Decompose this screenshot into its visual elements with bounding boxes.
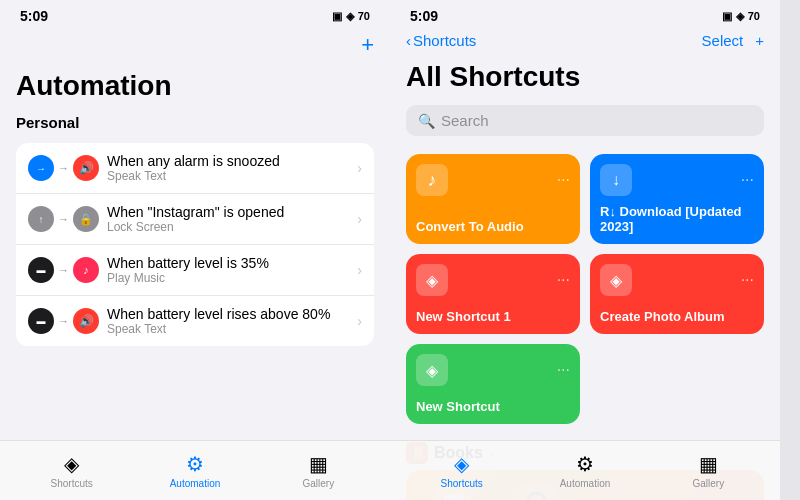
speak-icon-2: 🔊 <box>73 308 99 334</box>
right-phone: 5:09 ▣ ◈ 70 ‹ Shortcuts Select + All Sho… <box>390 0 780 500</box>
new-shortcut-1-icon: ◈ <box>416 264 448 296</box>
list-item[interactable]: ↑ → 🔒 When "Instagram" is opened Lock Sc… <box>16 194 374 245</box>
card-menu-1[interactable]: ··· <box>557 171 570 189</box>
new-shortcut-1-label: New Shortcut 1 <box>416 309 570 324</box>
new-shortcut-icon: ◈ <box>416 354 448 386</box>
wifi-icon-r: ◈ <box>736 10 744 23</box>
status-icons-left: ▣ ◈ 70 <box>332 10 370 23</box>
arrow-icon-2: → <box>58 213 69 225</box>
automation-title-4: When battery level rises above 80% <box>107 306 357 322</box>
tab-automation-left[interactable]: ⚙ Automation <box>133 452 256 489</box>
arrow-icon-4: → <box>58 315 69 327</box>
status-bar-left: 5:09 ▣ ◈ 70 <box>0 0 390 28</box>
gallery-tab-label-r: Gallery <box>692 478 724 489</box>
automation-title-1: When any alarm is snoozed <box>107 153 357 169</box>
tab-shortcuts-left[interactable]: ◈ Shortcuts <box>10 452 133 489</box>
shortcut-card-new[interactable]: ◈ ··· New Shortcut <box>406 344 580 424</box>
gallery-tab-label: Gallery <box>302 478 334 489</box>
status-icons-right: ▣ ◈ 70 <box>722 10 760 23</box>
status-bar-right: 5:09 ▣ ◈ 70 <box>390 0 780 28</box>
page-title-right: All Shortcuts <box>390 57 780 101</box>
nav-bar-right: ‹ Shortcuts Select + <box>390 28 780 57</box>
wifi-icon: ◈ <box>346 10 354 23</box>
automation-tab-icon-r: ⚙ <box>576 452 594 476</box>
search-bar[interactable]: 🔍 Search <box>406 105 764 136</box>
shortcuts-grid: ♪ ··· Convert To Audio ↓ ··· R↓ Download… <box>390 144 780 434</box>
search-placeholder: Search <box>441 112 489 129</box>
signal-icon: ▣ <box>332 10 342 23</box>
shortcut-card-new-1[interactable]: ◈ ··· New Shortcut 1 <box>406 254 580 334</box>
chevron-icon-2: › <box>357 211 362 227</box>
card-menu-4[interactable]: ··· <box>741 271 754 289</box>
automation-list: → → 🔊 When any alarm is snoozed Speak Te… <box>16 143 374 346</box>
shortcuts-tab-icon: ◈ <box>64 452 79 476</box>
instagram-icon: ↑ <box>28 206 54 232</box>
signal-icon-r: ▣ <box>722 10 732 23</box>
list-item[interactable]: → → 🔊 When any alarm is snoozed Speak Te… <box>16 143 374 194</box>
automation-title-3: When battery level is 35% <box>107 255 357 271</box>
automation-icons-3: ▬ → ♪ <box>28 257 99 283</box>
battery-icon-r: 70 <box>748 10 760 22</box>
shortcuts-tab-label: Shortcuts <box>51 478 93 489</box>
automation-title-2: When "Instagram" is opened <box>107 204 357 220</box>
back-chevron-icon: ‹ <box>406 32 411 49</box>
tab-automation-right[interactable]: ⚙ Automation <box>523 452 646 489</box>
card-top-5: ◈ ··· <box>416 354 570 386</box>
new-shortcut-label: New Shortcut <box>416 399 570 414</box>
search-icon: 🔍 <box>418 113 435 129</box>
arrow-icon-1: → <box>58 162 69 174</box>
left-phone: 5:09 ▣ ◈ 70 + Automation Personal → → � <box>0 0 390 500</box>
back-button[interactable]: ‹ Shortcuts <box>406 32 476 49</box>
card-top-3: ◈ ··· <box>416 264 570 296</box>
add-automation-button[interactable]: + <box>361 32 374 58</box>
shortcuts-tab-label-r: Shortcuts <box>441 478 483 489</box>
card-top-4: ◈ ··· <box>600 264 754 296</box>
shortcut-card-convert-audio[interactable]: ♪ ··· Convert To Audio <box>406 154 580 244</box>
arrow-icon-3: → <box>58 264 69 276</box>
card-menu-3[interactable]: ··· <box>557 271 570 289</box>
select-button[interactable]: Select <box>702 32 744 49</box>
automation-icons-1: → → 🔊 <box>28 155 99 181</box>
create-photo-icon: ◈ <box>600 264 632 296</box>
status-time-left: 5:09 <box>20 8 48 24</box>
alarm-icon: → <box>28 155 54 181</box>
convert-audio-icon: ♪ <box>416 164 448 196</box>
back-label: Shortcuts <box>413 32 476 49</box>
card-menu-2[interactable]: ··· <box>741 171 754 189</box>
shortcut-card-download[interactable]: ↓ ··· R↓ Download [Updated 2023] <box>590 154 764 244</box>
nav-actions-right: Select + <box>702 32 764 49</box>
list-item[interactable]: ▬ → ♪ When battery level is 35% Play Mus… <box>16 245 374 296</box>
card-menu-5[interactable]: ··· <box>557 361 570 379</box>
speak-icon-1: 🔊 <box>73 155 99 181</box>
add-shortcut-button[interactable]: + <box>755 32 764 49</box>
section-personal: Personal <box>0 110 390 135</box>
automation-subtitle-4: Speak Text <box>107 322 357 336</box>
card-top-2: ↓ ··· <box>600 164 754 196</box>
card-top-1: ♪ ··· <box>416 164 570 196</box>
list-item[interactable]: ▬ → 🔊 When battery level rises above 80%… <box>16 296 374 346</box>
chevron-icon-1: › <box>357 160 362 176</box>
download-icon: ↓ <box>600 164 632 196</box>
tab-bar-left: ◈ Shortcuts ⚙ Automation ▦ Gallery <box>0 440 390 500</box>
tab-shortcuts-right[interactable]: ◈ Shortcuts <box>400 452 523 489</box>
convert-audio-label: Convert To Audio <box>416 219 570 234</box>
shortcuts-tab-icon-r: ◈ <box>454 452 469 476</box>
lock-icon: 🔒 <box>73 206 99 232</box>
chevron-icon-4: › <box>357 313 362 329</box>
tab-gallery-left[interactable]: ▦ Gallery <box>257 452 380 489</box>
automation-text-4: When battery level rises above 80% Speak… <box>99 306 357 336</box>
automation-text-2: When "Instagram" is opened Lock Screen <box>99 204 357 234</box>
tab-bar-right: ◈ Shortcuts ⚙ Automation ▦ Gallery <box>390 440 780 500</box>
chevron-icon-3: › <box>357 262 362 278</box>
tab-gallery-right[interactable]: ▦ Gallery <box>647 452 770 489</box>
automation-text-3: When battery level is 35% Play Music <box>99 255 357 285</box>
automation-icons-2: ↑ → 🔒 <box>28 206 99 232</box>
automation-tab-label: Automation <box>170 478 221 489</box>
automation-icons-4: ▬ → 🔊 <box>28 308 99 334</box>
automation-text-1: When any alarm is snoozed Speak Text <box>99 153 357 183</box>
shortcut-card-photo[interactable]: ◈ ··· Create Photo Album <box>590 254 764 334</box>
battery-icon: 70 <box>358 10 370 22</box>
status-time-right: 5:09 <box>410 8 438 24</box>
automation-subtitle-3: Play Music <box>107 271 357 285</box>
automation-subtitle-2: Lock Screen <box>107 220 357 234</box>
